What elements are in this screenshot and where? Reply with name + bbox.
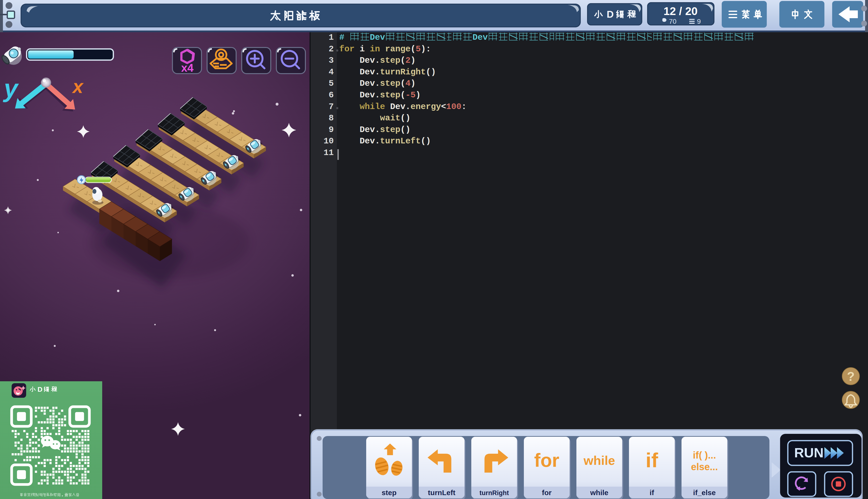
svg-text:step: step bbox=[382, 489, 397, 497]
svg-text:9: 9 bbox=[697, 18, 701, 25]
svg-text:if( )...: if( )... bbox=[693, 450, 716, 461]
svg-text:12 / 20: 12 / 20 bbox=[664, 5, 698, 17]
svg-text:if: if bbox=[649, 489, 654, 497]
svg-text:RUN: RUN bbox=[794, 445, 823, 460]
svg-text:x: x bbox=[72, 76, 84, 97]
svg-text:70: 70 bbox=[669, 18, 677, 25]
svg-text:D: D bbox=[38, 386, 42, 393]
svg-text:for: for bbox=[542, 489, 552, 497]
svg-text:turnRight: turnRight bbox=[480, 489, 509, 497]
svg-text:x4: x4 bbox=[181, 62, 194, 74]
svg-text:turnLeft: turnLeft bbox=[428, 489, 455, 497]
svg-text:if: if bbox=[646, 449, 658, 472]
svg-text:y: y bbox=[3, 74, 19, 102]
svg-text:else...: else... bbox=[691, 461, 718, 472]
svg-text:if_else: if_else bbox=[693, 489, 716, 497]
svg-text:for: for bbox=[534, 450, 559, 471]
svg-text:while: while bbox=[583, 453, 615, 467]
svg-text:D: D bbox=[607, 9, 614, 20]
svg-text:while: while bbox=[590, 489, 608, 497]
svg-text:?: ? bbox=[847, 369, 855, 384]
